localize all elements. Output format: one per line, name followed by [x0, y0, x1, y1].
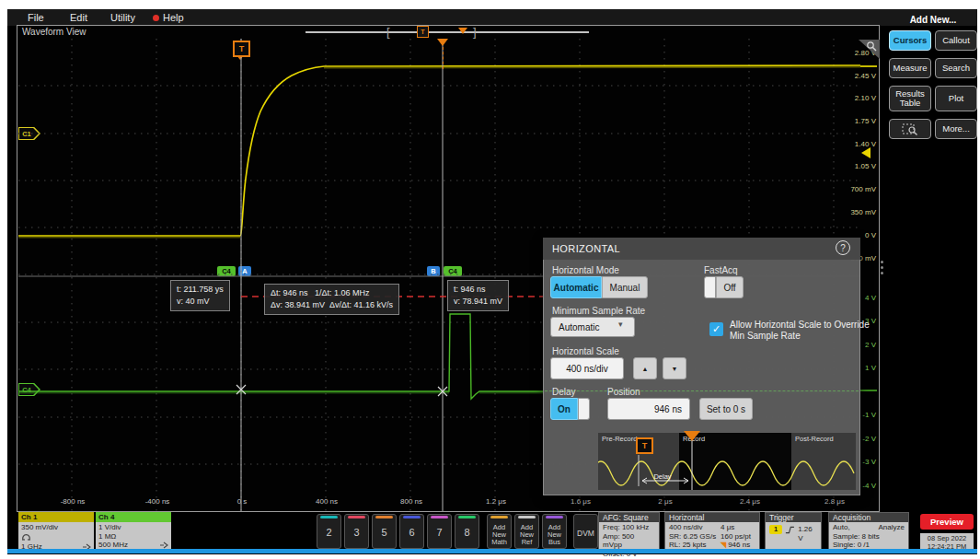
trigger-level-arrow-icon[interactable] — [861, 147, 870, 158]
zoom-mode-button[interactable] — [889, 119, 931, 139]
cursor-b-voltage: v: 78.941 mV — [454, 296, 502, 308]
delay-toggle-knob[interactable] — [578, 398, 590, 420]
more-button[interactable]: More... — [935, 119, 977, 139]
preview-button[interactable]: Preview — [920, 514, 974, 530]
add-plot-button[interactable]: Plot — [935, 86, 977, 111]
add-new-title: Add New... — [889, 15, 977, 25]
acquisition-badge[interactable]: Acquisition Auto,Analyze Sample: 8 bits … — [828, 512, 909, 551]
sample-interval: 160 ps/pt — [721, 532, 751, 542]
override-checkbox[interactable]: ✓ — [709, 322, 723, 336]
date-value: 08 Sep 2022 — [920, 534, 974, 542]
menu-file[interactable]: File — [28, 11, 44, 24]
mode-manual-button[interactable]: Manual — [602, 276, 648, 298]
scale-decrement-button[interactable]: ▼ — [663, 357, 686, 379]
cursor-a-readout[interactable]: t: 211.758 ys v: 40 mV — [170, 280, 230, 311]
minimap-right-bracket[interactable]: ] — [473, 25, 477, 39]
ref-color-stripe — [518, 516, 536, 518]
add-measure-button[interactable]: Measure — [889, 58, 931, 78]
trigger-position-flag[interactable]: T — [233, 41, 250, 57]
divider-grip-icon[interactable] — [881, 261, 883, 263]
override-checkbox-label: Allow Horizontal Scale to Override Min S… — [730, 320, 870, 342]
minimap-expansion-icon[interactable] — [458, 28, 467, 34]
expansion-point-icon[interactable] — [437, 39, 448, 46]
min-sample-rate-label: Minimum Sample Rate — [552, 306, 645, 316]
rising-edge-icon — [785, 525, 795, 535]
horizontal-badge-title: Horizontal — [664, 512, 760, 522]
ch5-color-stripe — [375, 516, 393, 518]
acquisition-sample: Sample: 8 bits — [833, 532, 905, 542]
ch6-button[interactable]: 6 — [399, 514, 424, 549]
ch8-button[interactable]: 8 — [455, 514, 479, 549]
ch3-color-stripe — [348, 516, 365, 518]
add-cursors-button[interactable]: Cursors — [889, 30, 931, 51]
set-to-zero-button[interactable]: Set to 0 s — [699, 398, 753, 420]
ch1-trace-edge — [860, 65, 877, 67]
add-new-ref-button[interactable]: Add New Ref — [514, 514, 539, 549]
ch2-button[interactable]: 2 — [317, 514, 341, 549]
horizontal-scale-label: Horizontal Scale — [552, 346, 619, 356]
afg-frequency: Freq: 100 kHz — [603, 523, 655, 532]
cursor-b-time: t: 946 ns — [454, 284, 502, 296]
expansion-point-line — [443, 47, 444, 69]
ch4-impedance: 1 MΩ — [98, 532, 168, 542]
add-search-button[interactable]: Search — [935, 58, 977, 78]
trigger-level-value: 1.26 V — [798, 525, 817, 542]
menu-edit[interactable]: Edit — [70, 11, 87, 24]
add-results-table-button[interactable]: ResultsTable — [889, 86, 931, 111]
dvm-button[interactable]: DVM — [573, 514, 598, 549]
fastacq-off-button[interactable]: Off — [716, 276, 744, 298]
horizontal-badge[interactable]: Horizontal 400 ns/div4 μs SR: 6.25 GS/s1… — [664, 512, 760, 551]
horizontal-scale-input[interactable]: 400 ns/div — [550, 357, 624, 379]
ch4-badge-title: Ch 4 — [96, 512, 171, 522]
cursor-b-readout[interactable]: t: 946 ns v: 78.941 mV — [447, 280, 509, 311]
delay-label: Delay — [552, 387, 576, 397]
zoom-mode-icon — [902, 122, 918, 135]
minimap-trigger-icon[interactable]: T — [417, 26, 429, 38]
ch5-button[interactable]: 5 — [372, 514, 397, 549]
menu-help[interactable]: Help — [163, 11, 184, 24]
delay-on-toggle[interactable]: On — [550, 398, 578, 420]
acquisition-badge-title: Acquisition — [828, 512, 909, 522]
probe-icon — [21, 532, 31, 541]
record-minimap-line[interactable] — [306, 31, 589, 33]
horizontal-dialog-title[interactable]: HORIZONTAL — [543, 238, 860, 260]
add-callout-button[interactable]: Callout — [935, 30, 977, 51]
mode-automatic-button[interactable]: Automatic — [550, 276, 602, 298]
cursor-delta-readout[interactable]: Δt: 946 ns 1/Δt: 1.06 MHz Δv: 38.941 mV … — [264, 284, 399, 315]
add-new-bus-button[interactable]: Add New Bus — [542, 514, 567, 549]
add-new-math-button[interactable]: Add New Math — [487, 514, 512, 549]
ch4-scale: 1 V/div — [98, 523, 168, 532]
divider-grip-icon[interactable] — [881, 272, 883, 274]
afg-amplitude: Amp: 500 mVpp — [603, 532, 655, 550]
position-input[interactable]: 946 ns — [607, 398, 690, 420]
oscilloscope-screen: File Edit Utility Help Waveform View [ ]… — [0, 0, 980, 559]
fastacq-toggle-knob[interactable] — [704, 276, 716, 298]
ch2-color-stripe — [320, 516, 338, 518]
help-icon[interactable]: ? — [836, 240, 850, 255]
ch4-badge[interactable]: Ch 4 1 V/div 1 MΩ 500 MHz — [96, 512, 171, 551]
divider-grip-icon[interactable] — [881, 266, 883, 269]
bottom-accent-bar — [7, 549, 977, 553]
delta-v: Δv: 38.941 mV — [271, 300, 325, 309]
minimap-left-bracket[interactable]: [ — [386, 25, 390, 39]
delta-t: Δt: 946 ns — [271, 288, 308, 297]
cursor-a-time: t: 211.758 ys — [177, 284, 224, 296]
ch1-scale: 350 mV/div — [21, 523, 91, 532]
trigger-badge[interactable]: Trigger 1 1.26 V — [765, 512, 822, 551]
ch7-button[interactable]: 7 — [427, 514, 452, 549]
acquisition-analyze: Analyze — [879, 523, 905, 532]
bus-color-stripe — [546, 516, 563, 518]
help-notification-icon — [153, 15, 159, 21]
scale-increment-button[interactable]: ▲ — [633, 357, 657, 379]
menu-utility[interactable]: Utility — [110, 11, 135, 24]
cursor-a-voltage: v: 40 mV — [177, 296, 224, 308]
horizontal-window: 4 μs — [721, 523, 734, 532]
ch1-badge[interactable]: Ch 1 350 mV/div 1 GHz — [18, 512, 94, 551]
magnifier-icon — [866, 41, 877, 52]
probe-connector-icon — [159, 542, 168, 549]
fastacq-label: FastAcq — [704, 265, 738, 275]
diagram-expansion-icon — [684, 431, 700, 441]
afg-badge[interactable]: AFG: Square Freq: 100 kHz Amp: 500 mVpp … — [598, 512, 660, 551]
afg-badge-title: AFG: Square — [598, 512, 660, 522]
ch3-button[interactable]: 3 — [344, 514, 369, 549]
